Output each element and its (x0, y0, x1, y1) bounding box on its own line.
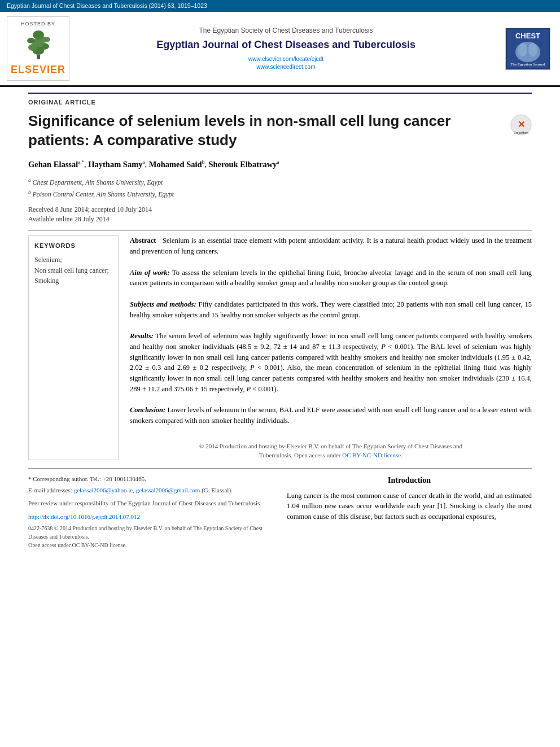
keywords-section: KEYWORDS Selenium; Non small cell lung c… (28, 235, 119, 460)
abstract-label: Abstract (130, 237, 156, 244)
elsevier-logo-text: ELSEVIER (11, 63, 65, 77)
issn-line: 0422-7638 © 2014 Production and hosting … (28, 524, 273, 541)
keywords-abstract-section: KEYWORDS Selenium; Non small cell lung c… (28, 235, 532, 460)
author-2-name: Haytham Samy (88, 160, 142, 169)
keyword-3: Smoking (34, 276, 112, 286)
email-suffix: (G. Elassal). (200, 487, 232, 493)
journal-url2: www.sciencedirect.com (257, 63, 316, 71)
doi-link[interactable]: http://dx.doi.org/10.1016/j.ejcdt.2014.0… (28, 512, 273, 522)
author-4-sup: a (277, 160, 279, 165)
authors-line: Gehan Elassala,*, Haytham Samya, Mohamed… (28, 159, 532, 171)
results-text: The serum level of selenium was highly s… (130, 332, 532, 393)
email-2-link[interactable]: gelassal2006@gmail.com (136, 487, 200, 493)
journal-name-header: Egyptian Journal of Chest Diseases and T… (156, 38, 415, 52)
copyright-text: © 2014 Production and hosting by Elsevie… (130, 442, 532, 460)
article-title-row: Significance of selenium levels in non-s… (28, 112, 532, 150)
keyword-2: Non small cell lung cancer; (34, 266, 112, 276)
affil-a-text: Chest Department, Ain Shams University, … (33, 178, 163, 186)
journal-header: HOSTED BY ELSEVIER The Egyptian Society … (0, 12, 560, 88)
section-type-label: ORIGINAL ARTICLE (28, 93, 532, 107)
introduction-section: Introduction Lung cancer is the most com… (287, 474, 532, 549)
corresponding-author: * Corresponding author. Tel.: +20 100113… (28, 474, 273, 484)
svg-point-7 (33, 30, 44, 40)
footnotes-section: * Corresponding author. Tel.: +20 100113… (28, 474, 273, 549)
introduction-text: Lung cancer is the most common cause of … (287, 491, 532, 522)
author-1-sup: a,* (78, 160, 84, 165)
chest-logo-icon: CHEST The Egyptian Journal (506, 28, 550, 69)
elsevier-branding: HOSTED BY ELSEVIER (7, 16, 69, 81)
received-date: Received 8 June 2014; accepted 10 July 2… (28, 205, 532, 215)
peer-review-note: Peer review under responsibility of The … (28, 499, 273, 508)
section-divider-2 (28, 468, 532, 469)
author-sep-2: , (145, 160, 149, 169)
svg-point-13 (528, 43, 537, 56)
affil-b-sup: b (28, 189, 31, 195)
email-1-link[interactable]: gelassal2006@yahoo.ie (74, 487, 133, 493)
results-label: Results: (130, 332, 154, 340)
conclusion-text: Lower levels of selenium in the serum, B… (130, 406, 532, 425)
bottom-section: * Corresponding author. Tel.: +20 100113… (28, 474, 532, 549)
affiliation-b: b Poison Control Center, Ain Shams Unive… (28, 189, 532, 199)
keyword-1: Selenium; (34, 255, 112, 265)
svg-text:CrossMark: CrossMark (514, 131, 528, 134)
journal-reference-bar: Egyptian Journal of Chest Diseases and T… (0, 0, 560, 12)
abstract-intro: Selenium is an essential trace element w… (130, 237, 532, 255)
svg-text:The Egyptian Journal: The Egyptian Journal (510, 63, 545, 66)
available-online: Available online 28 July 2014 (28, 215, 532, 224)
elsevier-tree-icon (19, 29, 58, 60)
abstract-section: Abstract Selenium is an essential trace … (130, 235, 532, 460)
main-content: ORIGINAL ARTICLE Significance of seleniu… (0, 87, 560, 554)
article-title-text: Significance of selenium levels in non-s… (28, 112, 505, 150)
aim-label: Aim of work: (130, 269, 170, 277)
author-4-name: Sherouk Elbatrawy (208, 160, 277, 169)
journal-url1: www.elsevier.com/locate/ejcdt (248, 55, 323, 63)
dates-section: Received 8 June 2014; accepted 10 July 2… (28, 205, 532, 224)
author-3-name: Mohamed Said (149, 160, 202, 169)
author-1-name: Gehan Elassal (28, 160, 78, 169)
svg-point-12 (518, 43, 527, 56)
affil-b-text: Poison Control Center, Ain Shams Univers… (33, 190, 174, 198)
affiliation-a: a Chest Department, Ain Shams University… (28, 177, 532, 187)
svg-text:CHEST: CHEST (515, 32, 540, 40)
journal-reference-text: Egyptian Journal of Chest Diseases and T… (7, 2, 207, 9)
svg-rect-0 (37, 55, 40, 59)
affil-a-sup: a (28, 177, 31, 183)
conclusion-label: Conclusion: (130, 406, 165, 414)
email-label: E-mail addresses: (28, 487, 74, 493)
keywords-title: KEYWORDS (34, 242, 112, 250)
section-divider-1 (28, 230, 532, 231)
hosted-by-label: HOSTED BY (21, 20, 55, 28)
subjects-label: Subjects and methods: (130, 300, 196, 308)
chest-logo-section: CHEST The Egyptian Journal (502, 16, 553, 81)
introduction-title: Introduction (287, 474, 532, 486)
svg-point-5 (27, 38, 35, 43)
abstract-text: Abstract Selenium is an essential trace … (130, 235, 532, 460)
email-line: E-mail addresses: gelassal2006@yahoo.ie,… (28, 486, 273, 495)
affiliations-section: a Chest Department, Ain Shams University… (28, 177, 532, 199)
journal-title-section: The Egyptian Society of Chest Diseases a… (75, 16, 497, 81)
open-access-line: Open access under OC BY-NC-ND license. (28, 541, 273, 549)
crossmark-icon: ✕ CrossMark (510, 114, 532, 136)
chest-journal-logo: CHEST The Egyptian Journal (505, 28, 550, 70)
svg-text:✕: ✕ (518, 120, 525, 129)
aim-text: To assess the selenium levels in the epi… (130, 269, 532, 287)
license-link[interactable]: OC BY-NC-ND license (342, 452, 401, 458)
society-name: The Egyptian Society of Chest Diseases a… (199, 26, 373, 36)
